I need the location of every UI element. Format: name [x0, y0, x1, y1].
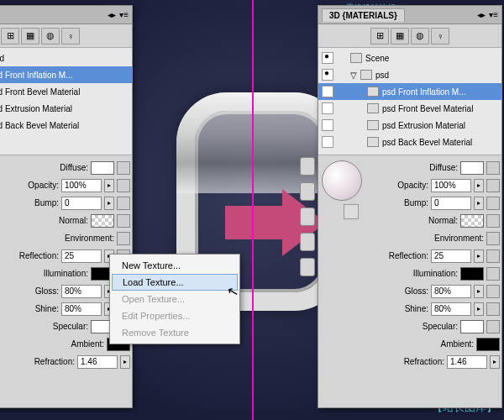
normal-texture-icon[interactable] — [486, 214, 500, 228]
reflection-input[interactable]: 25 — [61, 249, 102, 263]
reflection-input[interactable]: 25 — [431, 249, 471, 263]
gloss-texture-icon[interactable] — [486, 285, 500, 298]
stepper-icon[interactable]: ▸ — [474, 249, 484, 263]
filter-light-icon[interactable]: ♀ — [61, 28, 80, 45]
visibility-icon[interactable] — [322, 69, 333, 81]
collapse-icon[interactable]: ◂▸ — [108, 10, 116, 19]
illumination-label: Illumination: — [397, 269, 458, 278]
texture-context-menu: New Texture... Load Texture... Open Text… — [109, 254, 240, 344]
tree-material-row[interactable]: psd Extrusion Material — [0, 100, 132, 117]
normal-swatch[interactable] — [91, 214, 114, 228]
diffuse-texture-icon[interactable] — [117, 161, 130, 175]
tree-material-row[interactable]: psd Back Bevel Material — [0, 117, 132, 134]
specular-label: Specular: — [28, 322, 88, 331]
normal-label: Normal: — [28, 216, 88, 225]
shine-input[interactable]: 80% — [431, 302, 471, 316]
reflection-texture-icon[interactable] — [486, 249, 500, 263]
shine-label: Shine: — [0, 304, 59, 313]
stepper-icon[interactable]: ▸ — [474, 302, 484, 316]
tree-material-row[interactable]: psd Front Bevel Material — [0, 83, 132, 100]
normal-texture-icon[interactable] — [117, 214, 130, 228]
stepper-icon[interactable]: ▸ — [120, 355, 130, 369]
tree-material-row[interactable]: psd Extrusion Material — [318, 117, 501, 134]
side-tool-icon[interactable] — [300, 157, 315, 176]
panel-tab[interactable]: 3D {MATERIALS} — [322, 8, 405, 22]
materials-panel-before: RIALS} ◂▸▾≡ ⊞ ▦ ◍ ♀ ▽psd psd Front Infla… — [0, 5, 133, 408]
bump-texture-icon[interactable] — [486, 197, 500, 210]
filter-material-icon[interactable]: ◍ — [41, 28, 60, 45]
filter-scene-icon[interactable]: ⊞ — [370, 28, 389, 45]
tree-mesh-row[interactable]: ▽psd — [318, 66, 501, 83]
menu-edit-properties: Edit Properties... — [110, 307, 239, 324]
filter-scene-icon[interactable]: ⊞ — [1, 28, 19, 45]
side-tool-icon[interactable] — [300, 233, 315, 251]
illumination-texture-icon[interactable] — [486, 267, 500, 281]
specular-swatch[interactable] — [460, 320, 484, 333]
ambient-label: Ambient: — [413, 339, 474, 349]
stepper-icon[interactable]: ▸ — [104, 179, 114, 192]
stepper-icon[interactable]: ▸ — [490, 355, 500, 369]
diffuse-swatch[interactable] — [91, 161, 114, 175]
visibility-icon[interactable] — [322, 86, 333, 97]
collapse-icon[interactable]: ◂▸ — [477, 10, 486, 19]
reflection-label: Reflection: — [368, 251, 428, 260]
environment-texture-icon[interactable] — [117, 232, 130, 245]
scene-tree: Scene ▽psd psd Front Inflation M... psd … — [318, 48, 501, 155]
refraction-label: Refraction: — [384, 357, 444, 366]
opacity-input[interactable]: 100% — [61, 179, 102, 192]
menu-new-texture[interactable]: New Texture... — [110, 257, 239, 274]
stepper-icon[interactable]: ▸ — [104, 197, 114, 210]
tree-mesh-row[interactable]: ▽psd — [0, 50, 132, 66]
opacity-texture-icon[interactable] — [117, 179, 130, 192]
bump-input[interactable]: 0 — [431, 197, 471, 210]
refraction-input[interactable]: 1.46 — [77, 355, 118, 369]
side-tool-icon[interactable] — [300, 182, 315, 201]
illumination-label: Illumination: — [28, 269, 88, 278]
panel-toolbar: ⊞ ▦ ◍ ♀ — [318, 24, 501, 48]
tree-scene-row[interactable]: Scene — [318, 50, 501, 66]
stepper-icon[interactable]: ▸ — [474, 179, 484, 192]
menu-icon[interactable]: ▾≡ — [489, 10, 498, 19]
tree-material-row[interactable]: psd Back Bevel Material — [318, 134, 501, 150]
opacity-label: Opacity: — [368, 181, 428, 190]
preview-picker-icon[interactable] — [344, 204, 359, 219]
menu-load-texture[interactable]: Load Texture... — [112, 274, 238, 291]
bump-label: Bump: — [0, 198, 59, 207]
opacity-input[interactable]: 100% — [431, 179, 471, 192]
visibility-icon[interactable] — [322, 119, 333, 131]
visibility-icon[interactable] — [322, 102, 333, 114]
specular-texture-icon[interactable] — [486, 320, 500, 333]
gloss-input[interactable]: 80% — [61, 285, 102, 298]
gloss-input[interactable]: 80% — [431, 285, 471, 298]
visibility-icon[interactable] — [322, 136, 333, 148]
tree-material-row[interactable]: psd Front Bevel Material — [318, 100, 501, 117]
refraction-input[interactable]: 1.46 — [447, 355, 487, 369]
tree-material-row-selected[interactable]: psd Front Inflation M... — [0, 66, 132, 83]
menu-icon[interactable]: ▾≡ — [119, 10, 129, 19]
shine-texture-icon[interactable] — [486, 302, 500, 316]
illumination-swatch[interactable] — [460, 267, 484, 281]
side-tool-icon[interactable] — [300, 258, 315, 276]
refraction-label: Refraction: — [14, 357, 75, 366]
diffuse-swatch[interactable] — [460, 161, 484, 175]
opacity-texture-icon[interactable] — [486, 179, 500, 192]
filter-mesh-icon[interactable]: ▦ — [21, 28, 39, 45]
ambient-swatch[interactable] — [476, 338, 500, 351]
bump-texture-icon[interactable] — [117, 197, 130, 210]
diffuse-texture-icon[interactable] — [486, 161, 500, 175]
bump-input[interactable]: 0 — [61, 197, 102, 210]
tree-material-row-selected[interactable]: psd Front Inflation M... — [318, 83, 501, 100]
side-tool-icon[interactable] — [300, 207, 315, 226]
visibility-icon[interactable] — [322, 52, 333, 64]
opacity-label: Opacity: — [0, 181, 59, 190]
shine-input[interactable]: 80% — [61, 302, 102, 316]
environment-texture-icon[interactable] — [486, 232, 500, 245]
preview-sphere[interactable] — [322, 160, 362, 201]
stepper-icon[interactable]: ▸ — [474, 285, 484, 298]
filter-material-icon[interactable]: ◍ — [411, 28, 429, 45]
filter-mesh-icon[interactable]: ▦ — [391, 28, 409, 45]
stepper-icon[interactable]: ▸ — [474, 197, 484, 210]
normal-swatch[interactable] — [460, 214, 484, 228]
shine-label: Shine: — [368, 304, 428, 313]
filter-light-icon[interactable]: ♀ — [431, 28, 449, 45]
